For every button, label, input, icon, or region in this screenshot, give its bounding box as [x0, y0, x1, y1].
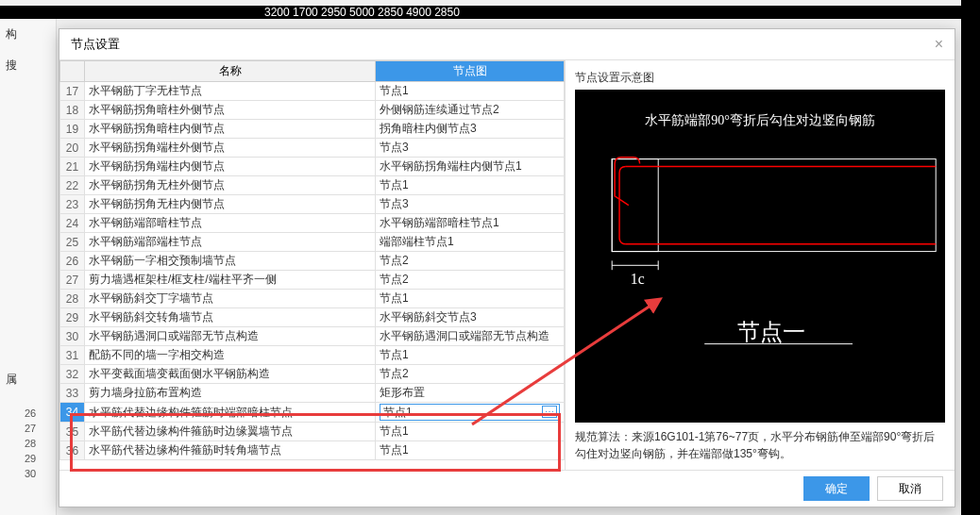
- node-value-cell[interactable]: 矩形布置: [376, 384, 565, 403]
- table-row[interactable]: 22水平钢筋拐角无柱外侧节点节点1: [60, 176, 565, 195]
- node-name-cell[interactable]: 剪力墙身拉筋布置构造: [85, 384, 376, 403]
- row-number: 29: [60, 308, 85, 327]
- node-name-cell[interactable]: 水平钢筋拐角无柱外侧节点: [85, 176, 376, 195]
- row-number: 20: [60, 139, 85, 158]
- dropdown-icon[interactable]: ⋯: [542, 406, 557, 418]
- table-row[interactable]: 20水平钢筋拐角端柱外侧节点节点3: [60, 139, 565, 158]
- node-name-cell[interactable]: 水平钢筋拐角暗柱内侧节点: [85, 120, 376, 139]
- ok-button[interactable]: 确定: [803, 476, 870, 501]
- dialog-titlebar: 节点设置 ×: [59, 29, 955, 60]
- node-value-cell[interactable]: 水平钢筋拐角端柱内侧节点1: [376, 158, 565, 176]
- rule-description: 规范算法：来源16G101-1第76~77页，水平分布钢筋伸至端部90°弯折后勾…: [575, 423, 945, 462]
- node-value-cell[interactable]: 节点1: [376, 441, 565, 460]
- node-name-cell[interactable]: 水平筋代替边缘构件箍筋时端部暗柱节点: [85, 403, 376, 423]
- sidebar-label-2: 搜: [0, 50, 56, 81]
- node-table: 名称 节点图 17水平钢筋丁字无柱节点节点118水平钢筋拐角暗柱外侧节点外侧钢筋…: [59, 60, 565, 460]
- table-row[interactable]: 21水平钢筋拐角端柱内侧节点水平钢筋拐角端柱内侧节点1: [60, 158, 565, 176]
- row-number: 24: [60, 214, 85, 233]
- node-name-cell[interactable]: 水平筋代替边缘构件箍筋时边缘翼墙节点: [85, 423, 376, 441]
- node-settings-dialog: 节点设置 × 名称 节点图 17水平钢筋丁字无柱节点节点118水平钢筋拐角暗柱外…: [59, 28, 955, 507]
- col-rownum: [60, 61, 85, 82]
- node-value-cell[interactable]: 节点1⋯: [376, 403, 565, 423]
- node-name-cell[interactable]: 水平钢筋一字相交预制墙节点: [85, 252, 376, 271]
- cad-ruler: 3200 1700 2950 5000 2850 4900 2850: [0, 6, 980, 19]
- table-row[interactable]: 28水平钢筋斜交丁字墙节点节点1: [60, 290, 565, 308]
- node-name-cell[interactable]: 水平钢筋端部端柱节点: [85, 233, 376, 252]
- row-number: 31: [60, 346, 85, 365]
- node-value-input[interactable]: 节点1⋯: [380, 404, 560, 421]
- table-row[interactable]: 27剪力墙遇框架柱/框支柱/端柱平齐一侧节点2: [60, 271, 565, 290]
- table-row[interactable]: 24水平钢筋端部暗柱节点水平钢筋端部暗柱节点1: [60, 214, 565, 233]
- row-number: 27: [60, 271, 85, 290]
- table-row[interactable]: 26水平钢筋一字相交预制墙节点节点2: [60, 252, 565, 271]
- table-row[interactable]: 17水平钢筋丁字无柱节点节点1: [60, 82, 565, 101]
- node-value-cell[interactable]: 节点3: [376, 139, 565, 158]
- sidebar-label-1: 构: [0, 19, 56, 50]
- node-name-cell[interactable]: 水平钢筋端部暗柱节点: [85, 214, 376, 233]
- table-row[interactable]: 18水平钢筋拐角暗柱外侧节点外侧钢筋连续通过节点2: [60, 101, 565, 120]
- diagram-svg: 1c 节点一: [575, 90, 945, 423]
- table-row[interactable]: 33剪力墙身拉筋布置构造矩形布置: [60, 384, 565, 403]
- node-name-cell[interactable]: 水平筋代替边缘构件箍筋时转角墙节点: [85, 441, 376, 460]
- node-name-cell[interactable]: 配筋不同的墙一字相交构造: [85, 346, 376, 365]
- node-value-cell[interactable]: 节点1: [376, 290, 565, 308]
- table-row[interactable]: 19水平钢筋拐角暗柱内侧节点拐角暗柱内侧节点3: [60, 120, 565, 139]
- node-name-cell[interactable]: 水平钢筋斜交丁字墙节点: [85, 290, 376, 308]
- svg-rect-0: [612, 159, 936, 252]
- table-row[interactable]: 31配筋不同的墙一字相交构造节点1: [60, 346, 565, 365]
- node-value-cell[interactable]: 节点1: [376, 176, 565, 195]
- node-value-cell[interactable]: 水平钢筋遇洞口或端部无节点构造: [376, 327, 565, 346]
- table-row[interactable]: 25水平钢筋端部端柱节点端部端柱节点1: [60, 233, 565, 252]
- svg-text:节点一: 节点一: [737, 320, 805, 344]
- node-name-cell[interactable]: 剪力墙遇框架柱/框支柱/端柱平齐一侧: [85, 271, 376, 290]
- node-value-cell[interactable]: 节点1: [376, 346, 565, 365]
- node-name-cell[interactable]: 水平钢筋斜交转角墙节点: [85, 308, 376, 327]
- table-row[interactable]: 34水平筋代替边缘构件箍筋时端部暗柱节点节点1⋯: [60, 403, 565, 423]
- row-number: 35: [60, 423, 85, 441]
- node-name-cell[interactable]: 水平钢筋拐角端柱内侧节点: [85, 158, 376, 176]
- node-value-cell[interactable]: 外侧钢筋连续通过节点2: [376, 101, 565, 120]
- node-name-cell[interactable]: 水平钢筋丁字无柱节点: [85, 82, 376, 101]
- node-name-cell[interactable]: 水平钢筋拐角端柱外侧节点: [85, 139, 376, 158]
- dialog-title: 节点设置: [71, 36, 120, 53]
- node-value-cell[interactable]: 水平钢筋斜交节点3: [376, 308, 565, 327]
- table-row[interactable]: 35水平筋代替边缘构件箍筋时边缘翼墙节点节点1: [60, 423, 565, 441]
- row-number: 32: [60, 365, 85, 384]
- node-value-cell[interactable]: 节点1: [376, 82, 565, 101]
- node-name-cell[interactable]: 水平钢筋拐角无柱内侧节点: [85, 195, 376, 214]
- row-number: 18: [60, 101, 85, 120]
- row-number: 34: [60, 403, 85, 423]
- node-value-cell[interactable]: 拐角暗柱内侧节点3: [376, 120, 565, 139]
- node-value-cell[interactable]: 节点2: [376, 252, 565, 271]
- close-icon[interactable]: ×: [935, 36, 943, 53]
- table-row[interactable]: 36水平筋代替边缘构件箍筋时转角墙节点节点1: [60, 441, 565, 460]
- row-number: 33: [60, 384, 85, 403]
- row-number: 28: [60, 290, 85, 308]
- row-number: 19: [60, 120, 85, 139]
- node-name-cell[interactable]: 水平钢筋遇洞口或端部无节点构造: [85, 327, 376, 346]
- cad-right-strip: [961, 0, 980, 515]
- node-name-cell[interactable]: 水平变截面墙变截面侧水平钢筋构造: [85, 365, 376, 384]
- row-number: 25: [60, 233, 85, 252]
- preview-diagram: 水平筋端部90°弯折后勾住对边竖向钢筋 1c 节点一: [575, 90, 945, 423]
- row-number: 17: [60, 82, 85, 101]
- svg-text:1c: 1c: [631, 271, 645, 287]
- table-row[interactable]: 29水平钢筋斜交转角墙节点水平钢筋斜交节点3: [60, 308, 565, 327]
- node-name-cell[interactable]: 水平钢筋拐角暗柱外侧节点: [85, 101, 376, 120]
- row-number: 23: [60, 195, 85, 214]
- table-row[interactable]: 30水平钢筋遇洞口或端部无节点构造水平钢筋遇洞口或端部无节点构造: [60, 327, 565, 346]
- node-value-cell[interactable]: 节点1: [376, 423, 565, 441]
- node-value-cell[interactable]: 节点2: [376, 271, 565, 290]
- bg-row-numbers: 26 27 28 29 30: [25, 407, 36, 483]
- node-value-cell[interactable]: 节点3: [376, 195, 565, 214]
- node-value-cell[interactable]: 节点2: [376, 365, 565, 384]
- sidebar-label-3: 属: [0, 364, 56, 395]
- cancel-button[interactable]: 取消: [877, 476, 943, 501]
- node-value-cell[interactable]: 水平钢筋端部暗柱节点1: [376, 214, 565, 233]
- table-row[interactable]: 32水平变截面墙变截面侧水平钢筋构造节点2: [60, 365, 565, 384]
- col-node[interactable]: 节点图: [376, 61, 565, 82]
- table-row[interactable]: 23水平钢筋拐角无柱内侧节点节点3: [60, 195, 565, 214]
- row-number: 21: [60, 158, 85, 176]
- col-name: 名称: [85, 61, 376, 82]
- node-value-cell[interactable]: 端部端柱节点1: [376, 233, 565, 252]
